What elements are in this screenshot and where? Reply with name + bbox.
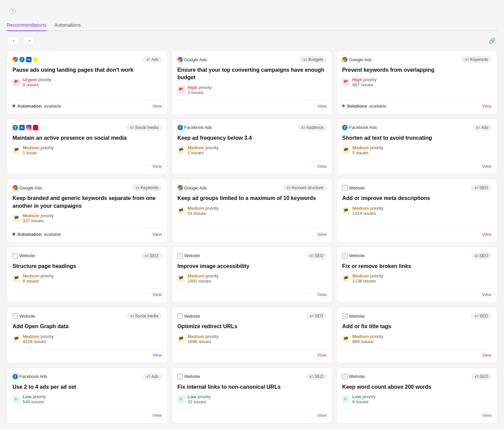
card-tag: 🏷 Ads <box>143 56 162 63</box>
card-tag: 🏷 Account structure <box>283 184 327 191</box>
view-link[interactable]: View <box>152 413 162 418</box>
view-link[interactable]: View <box>152 164 162 169</box>
footer-dot <box>13 233 15 235</box>
tag-label: Keywords <box>141 185 159 190</box>
tag-label: SEO <box>480 314 488 318</box>
help-icon[interactable]: ? <box>9 8 16 14</box>
card-header: Google Ads 🏷 Keywords <box>13 184 162 191</box>
priority-text: Low priority 549 issues <box>23 394 46 404</box>
priority-text: Medium priority 337 issues <box>23 213 54 223</box>
tag-label: Budgets <box>308 57 323 62</box>
recommendation-card: ☐ Website 🏷 SEO Improve image accessibil… <box>172 247 333 303</box>
recommendation-card: Google Ads 🏷 Budgets Ensure that your to… <box>172 50 333 114</box>
view-link[interactable]: View <box>317 413 327 418</box>
card-priority: 🏴 Medium priority 1491 issues <box>177 273 327 284</box>
tag-icon: 🏷 <box>310 314 313 318</box>
tab-recommendations[interactable]: Recommendations <box>7 20 46 31</box>
card-title: Improve image accessibility <box>177 263 327 270</box>
card-footer: View <box>13 349 162 358</box>
recommendation-card: f Facebook Ads 🏷 Ads Use 2 to 4 ads per … <box>7 367 168 424</box>
share-button[interactable]: 🔗 <box>489 38 497 44</box>
card-source-label: Website <box>184 253 200 258</box>
card-header: ☐ Website 🏷 SEO <box>342 373 491 380</box>
priority-flag: 🏴 <box>342 146 350 154</box>
priority-text: Low priority 42 issues <box>188 394 211 404</box>
view-link[interactable]: View <box>152 292 162 297</box>
view-link[interactable]: View <box>317 353 327 358</box>
tab-automations[interactable]: Automations <box>55 20 81 31</box>
tag-icon: 🏷 <box>130 126 134 130</box>
tag-label: Ads <box>481 125 488 130</box>
view-link[interactable]: View <box>482 164 491 169</box>
card-tag: 🏷 Keywords <box>462 56 491 63</box>
card-priority: 🏴 Medium priority 1 issue <box>13 145 162 155</box>
card-source-label: Website <box>349 185 365 190</box>
page-header: ? <box>7 8 497 14</box>
card-title: Add or improve meta descriptions <box>342 195 491 202</box>
card-source-label: Website <box>349 374 365 379</box>
view-link[interactable]: View <box>482 292 491 297</box>
card-header: ☐ Website 🏷 SEO <box>342 252 491 259</box>
filter-dropdown[interactable]: ▾ <box>23 37 35 45</box>
tag-label: Ads <box>151 374 159 379</box>
view-link[interactable]: View <box>317 104 327 109</box>
google-icon <box>177 185 183 190</box>
view-link[interactable]: View <box>152 104 162 109</box>
priority-text: Medium priority 4128 issues <box>23 334 54 344</box>
priority-flag: 🚩 <box>342 78 350 86</box>
google-icon <box>177 57 183 62</box>
priority-text: Medium priority 54 issues <box>188 206 219 216</box>
view-link[interactable]: View <box>482 413 491 418</box>
view-link[interactable]: View <box>482 353 491 358</box>
google-icon <box>13 185 18 190</box>
tag-icon: 🏷 <box>145 254 148 258</box>
card-header: ☐ Website 🏷 SEO <box>13 252 162 259</box>
recommendation-card: ☐ Website 🏷 SEO Add or fix title tags 🏴 … <box>336 307 497 363</box>
recommendation-card: ☐ Website 🏷 SEO Structure page headings … <box>7 247 168 303</box>
tag-label: Keywords <box>470 57 488 62</box>
card-header: f Facebook Ads 🏷 Ads <box>342 124 491 131</box>
card-tag: 🏷 SEO <box>141 252 162 259</box>
issues-count: 887 issues <box>352 82 373 87</box>
tag-icon: 🏷 <box>475 375 478 379</box>
resources-dropdown[interactable]: ▾ <box>7 37 19 45</box>
recommendation-card: ☐ Website 🏷 SEO Optimize redirect URLs 🏴… <box>172 307 333 363</box>
view-link[interactable]: View <box>317 292 327 297</box>
issues-count: 2 issues <box>188 90 204 95</box>
card-header: ☐ Website 🏷 SEO <box>342 313 491 319</box>
website-icon: ☐ <box>342 185 348 190</box>
priority-flag: 🏳 <box>342 396 350 403</box>
card-source: ☐ Website <box>342 313 365 319</box>
view-link[interactable]: View <box>317 232 327 237</box>
card-source-label: Google Ads <box>184 57 207 62</box>
priority-flag: 🚩 <box>177 86 185 94</box>
view-link[interactable]: View <box>317 164 327 169</box>
card-source: Google Ads <box>177 185 207 190</box>
priority-text: Medium priority 1696 issues <box>188 334 219 344</box>
tag-label: Ads <box>151 57 159 62</box>
view-link[interactable]: View <box>152 353 162 358</box>
card-source: fin <box>13 125 38 130</box>
view-link[interactable]: View <box>152 232 162 237</box>
priority-flag: 🏴 <box>13 214 20 222</box>
view-link[interactable]: View <box>482 104 491 109</box>
tag-icon: 🏷 <box>287 186 290 190</box>
card-tag: 🏷 Budgets <box>300 56 327 63</box>
issues-count: 1696 issues <box>188 339 211 344</box>
card-header: Google Ads 🏷 Account structure <box>177 184 327 191</box>
card-source: Google Ads <box>177 57 207 62</box>
card-footer: View <box>342 349 491 358</box>
card-tag: 🏷 SEO <box>471 252 491 259</box>
website-icon: ☐ <box>177 313 183 319</box>
card-tag: 🏷 SEO <box>306 252 327 259</box>
card-source-label: Facebook Ads <box>349 125 377 130</box>
view-link[interactable]: View <box>482 232 491 237</box>
priority-text: Low priority 8 issues <box>352 394 376 404</box>
priority-text: Medium priority 1138 issues <box>352 273 383 284</box>
priority-flag: 🏴 <box>13 275 20 282</box>
toolbar-left: ▾ ▾ <box>7 37 35 45</box>
card-footer: View <box>342 409 491 418</box>
tag-icon: 🏷 <box>146 58 150 62</box>
recommendation-card: Google Ads 🏷 Keywords Prevent keywords f… <box>336 50 497 114</box>
card-footer: Automation available View <box>13 228 162 237</box>
